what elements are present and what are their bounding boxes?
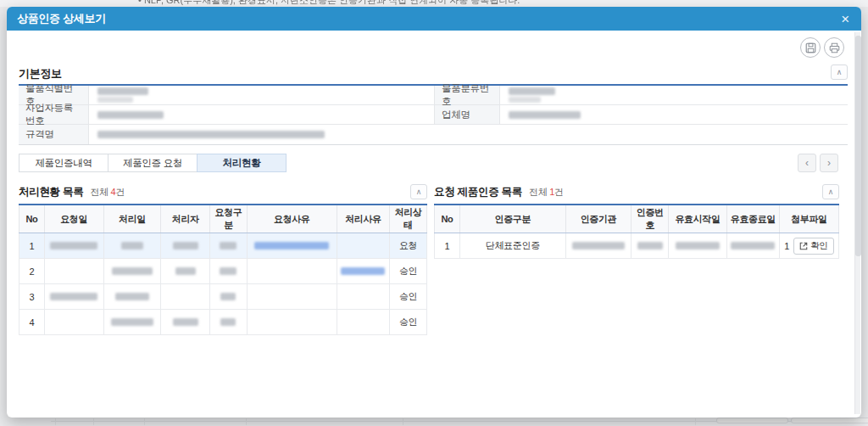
background-page-bottom bbox=[0, 418, 868, 426]
modal-header: 상품인증 상세보기 × bbox=[7, 7, 861, 31]
table-row[interactable]: 4 승인 bbox=[19, 310, 427, 335]
basic-info-collapse-button[interactable]: ∧ bbox=[831, 64, 848, 80]
prev-button[interactable]: ‹ bbox=[798, 154, 816, 172]
basic-info-form: 물품식별번호 물품분류번호 사업자등록번호 업체명 규격명 bbox=[19, 84, 848, 145]
attach-count: 1 bbox=[784, 241, 789, 251]
external-link-icon bbox=[799, 242, 808, 250]
spec-name-value bbox=[89, 125, 848, 144]
process-list-collapse-button[interactable]: ∧ bbox=[410, 184, 427, 199]
modal-scrollbar[interactable] bbox=[854, 32, 860, 414]
class-no-label: 물품분류번호 bbox=[434, 86, 500, 104]
item-id-value bbox=[89, 86, 434, 104]
request-list-header: 요청 제품인증 목록 전체 1건 ∧ bbox=[434, 183, 839, 200]
table-row[interactable]: 3 승인 bbox=[19, 284, 427, 310]
product-cert-detail-modal: 상품인증 상세보기 × 기본정보 ∧ 물품식별번호 물 bbox=[7, 7, 861, 418]
request-list-collapse-button[interactable]: ∧ bbox=[822, 184, 839, 199]
modal-toolbar bbox=[800, 37, 844, 58]
tab-product-cert-history[interactable]: 제품인증내역 bbox=[19, 154, 108, 172]
company-value bbox=[500, 105, 848, 124]
chevron-right-icon: › bbox=[827, 157, 831, 169]
tab-product-cert-request[interactable]: 제품인증 요청 bbox=[108, 154, 198, 172]
status-badge: 승인 bbox=[390, 259, 427, 284]
biz-reg-no-value bbox=[89, 105, 434, 124]
scrollbar-thumb[interactable] bbox=[855, 36, 861, 256]
spec-name-label: 규격명 bbox=[19, 125, 89, 144]
cert-tabs: 제품인증내역 제품인증 요청 처리현황 bbox=[19, 154, 287, 172]
tab-pager: ‹ › bbox=[798, 154, 838, 172]
table-row[interactable]: 2 승인 bbox=[19, 259, 427, 284]
chevron-left-icon: ‹ bbox=[805, 157, 809, 169]
table-row[interactable]: 1 요청 bbox=[19, 233, 427, 259]
close-icon[interactable]: × bbox=[839, 12, 851, 26]
print-button[interactable] bbox=[824, 37, 844, 58]
save-button[interactable] bbox=[800, 37, 821, 58]
status-badge: 요청 bbox=[390, 233, 427, 259]
class-no-value bbox=[500, 86, 848, 104]
biz-reg-no-label: 사업자등록번호 bbox=[19, 105, 89, 124]
next-button[interactable]: › bbox=[820, 154, 838, 172]
background-page-top: • NLP, GR(우수재활용), 환경표시, 저탄소인증은 인증기관과 직접 … bbox=[0, 0, 868, 7]
save-icon bbox=[805, 42, 816, 53]
confirm-attachment-button[interactable]: 확인 bbox=[793, 238, 833, 255]
request-cert-table: No 인증구분 인증기관 인증번호 유효시작일 유효종료일 첨부파일 1 단체표… bbox=[434, 204, 839, 259]
print-icon bbox=[829, 42, 840, 53]
status-badge: 승인 bbox=[390, 284, 427, 310]
background-ghost-button bbox=[791, 418, 868, 423]
process-list-title: 처리현황 목록 bbox=[19, 185, 83, 199]
modal-title: 상품인증 상세보기 bbox=[17, 11, 106, 26]
background-ghost-button bbox=[716, 418, 788, 423]
basic-info-heading: 기본정보 bbox=[19, 66, 62, 81]
process-list-header: 처리현황 목록 전체 4건 ∧ bbox=[19, 183, 427, 200]
request-list-title: 요청 제품인증 목록 bbox=[434, 185, 522, 199]
cert-type-cell: 단체표준인증 bbox=[460, 233, 565, 259]
status-badge: 승인 bbox=[390, 310, 427, 335]
table-row[interactable]: 1 단체표준인증 1 확인 bbox=[435, 233, 839, 259]
process-status-table: No 요청일 처리일 처리자 요청구분 요청사유 처리사유 처리상태 1 요청 bbox=[19, 204, 427, 335]
tab-process-status[interactable]: 처리현황 bbox=[197, 154, 287, 172]
company-label: 업체명 bbox=[434, 105, 500, 124]
background-notice-text: • NLP, GR(우수재활용), 환경표시, 저탄소인증은 인증기관과 직접 … bbox=[138, 0, 520, 7]
